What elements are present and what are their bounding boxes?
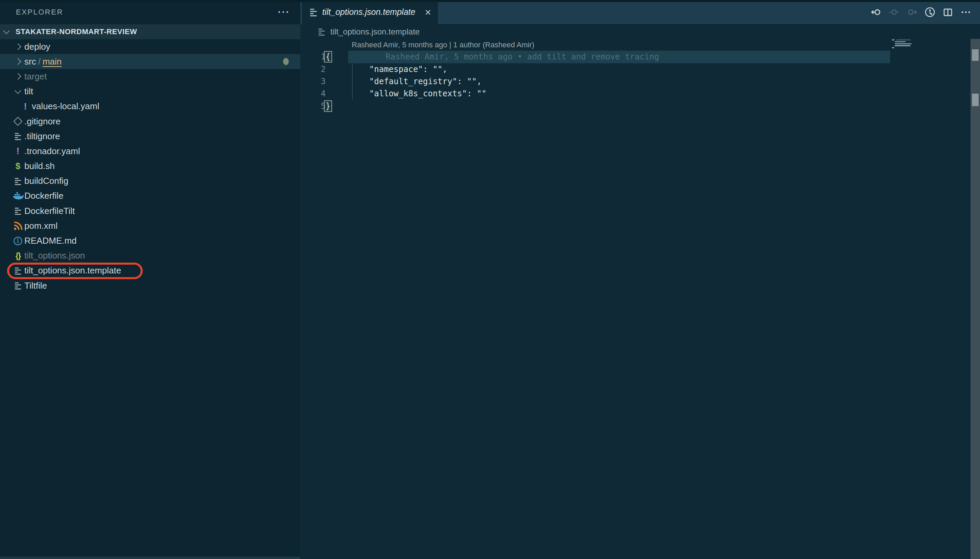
yaml-icon: ! xyxy=(12,146,24,157)
scrollbar[interactable] xyxy=(970,39,980,559)
explorer-title: EXPLORER xyxy=(16,8,63,17)
yaml-icon: ! xyxy=(19,101,32,112)
tree-item-label: README.md xyxy=(24,236,77,246)
chevron-right-icon xyxy=(12,59,24,64)
chevron-down-icon xyxy=(4,27,15,36)
tree-item-tiltignore[interactable]: .tiltignore xyxy=(0,129,300,144)
code-line[interactable]: 5 } xyxy=(300,100,970,112)
line-number: 2 xyxy=(300,64,326,74)
tree-item-tronador-yaml[interactable]: ! .tronador.yaml xyxy=(0,144,300,159)
explorer-header: EXPLORER ⋯ xyxy=(0,0,300,24)
list-icon xyxy=(12,177,24,185)
tree-item-tilt[interactable]: tilt xyxy=(0,84,300,99)
list-icon xyxy=(12,207,24,215)
tree-item-deploy[interactable]: deploy xyxy=(0,39,300,54)
code-text-bracket[interactable]: { xyxy=(324,51,332,63)
list-icon xyxy=(12,281,24,289)
line-number: 1 xyxy=(300,52,326,61)
tree-item-label: Tiltfile xyxy=(24,281,47,291)
chevron-right-icon xyxy=(12,44,24,49)
window-top-edge xyxy=(0,0,980,2)
chevron-right-icon xyxy=(12,74,24,79)
tree-item-label: src xyxy=(24,56,36,67)
path-separator: / xyxy=(36,56,43,67)
code-text[interactable]: "namespace": "", xyxy=(350,64,448,74)
tree-item-label: deploy xyxy=(24,41,50,52)
tree-item-gitignore[interactable]: .gitignore xyxy=(0,114,300,129)
tree-item-buildconfig[interactable]: buildConfig xyxy=(0,174,300,189)
json-braces-icon: {} xyxy=(12,251,24,261)
close-icon[interactable]: × xyxy=(425,7,431,18)
section-header-project[interactable]: STAKATER-NORDMART-REVIEW xyxy=(0,24,300,39)
scrollbar-thumb[interactable] xyxy=(972,94,978,106)
tab-tilt-options-json-template[interactable]: tilt_options.json.template × xyxy=(302,0,438,24)
tree-item-label-modified: main xyxy=(43,56,61,67)
annotation-oval xyxy=(7,263,143,279)
sidebar-bottom-strip xyxy=(0,557,300,559)
code-line[interactable]: 2 "namespace": "", xyxy=(300,63,970,75)
tree-item-label: tilt_options.json xyxy=(24,250,85,261)
tree-item-pom-xml[interactable]: pom.xml xyxy=(0,218,300,233)
tree-item-src-main[interactable]: src / main xyxy=(0,54,300,69)
scrollbar-thumb[interactable] xyxy=(972,50,978,61)
split-editor-icon[interactable] xyxy=(942,7,953,18)
tree-item-build-sh[interactable]: $ build.sh xyxy=(0,159,300,174)
tree-item-label: target xyxy=(24,71,47,82)
tree-item-dockerfiletilt[interactable]: DockerfileTilt xyxy=(0,203,300,218)
tree-item-label: .gitignore xyxy=(24,116,61,127)
breadcrumb[interactable]: tilt_options.json.template xyxy=(300,24,980,39)
tree-item-label: build.sh xyxy=(24,161,55,171)
list-icon xyxy=(12,132,24,140)
codelens-blame[interactable]: Rasheed Amir, 5 months ago | 1 author (R… xyxy=(352,41,534,50)
tree-item-tiltfile[interactable]: Tiltfile xyxy=(0,278,300,293)
docker-whale-icon xyxy=(12,191,24,200)
tree-item-values-local-yaml[interactable]: ! values-local.yaml xyxy=(0,99,300,114)
code-line[interactable]: 3 "default_registry": "", xyxy=(300,75,970,88)
list-icon xyxy=(317,28,326,36)
tree-item-tilt-options-json[interactable]: {} tilt_options.json xyxy=(0,248,300,263)
next-change-icon[interactable] xyxy=(907,7,917,18)
shell-icon: $ xyxy=(12,161,24,171)
list-icon xyxy=(309,8,318,17)
tree-item-label: buildConfig xyxy=(24,176,68,186)
more-actions-icon[interactable]: ⋯ xyxy=(277,5,290,19)
line-number: 5 xyxy=(300,101,326,111)
explorer-sidebar: EXPLORER ⋯ STAKATER-NORDMART-REVIEW depl… xyxy=(0,0,300,557)
line-number: 4 xyxy=(300,89,326,98)
breadcrumb-file[interactable]: tilt_options.json.template xyxy=(330,27,420,36)
tab-title: tilt_options.json.template xyxy=(322,7,415,17)
tree-item-label: pom.xml xyxy=(24,221,58,231)
code-text[interactable]: "allow_k8s_contexts": "" xyxy=(350,89,487,98)
code-text-bracket[interactable]: } xyxy=(324,100,332,112)
editor-area: tilt_options.json.template × xyxy=(300,0,980,559)
minimap[interactable] xyxy=(892,39,912,49)
previous-change-icon[interactable] xyxy=(871,7,882,18)
section-label: STAKATER-NORDMART-REVIEW xyxy=(15,27,137,36)
chevron-down-icon xyxy=(12,89,24,94)
tree-item-label: DockerfileTilt xyxy=(24,206,75,216)
tree-item-target[interactable]: target xyxy=(0,69,300,84)
inline-blame-annotation: Rasheed Amir, 5 months ago • add tilt an… xyxy=(385,51,659,63)
xml-rss-icon xyxy=(12,222,24,230)
tree-item-dockerfile[interactable]: Dockerfile xyxy=(0,189,300,203)
code-text[interactable]: "default_registry": "", xyxy=(350,77,481,86)
vscode-window: EXPLORER ⋯ STAKATER-NORDMART-REVIEW depl… xyxy=(0,0,980,559)
file-tree: deploy src / main target tilt ! xyxy=(0,39,300,293)
more-actions-icon[interactable] xyxy=(960,7,971,18)
info-circle-icon xyxy=(12,236,24,246)
change-circle-icon[interactable] xyxy=(889,7,899,18)
tree-item-label: tilt xyxy=(24,86,33,97)
git-diamond-icon xyxy=(12,118,24,125)
tree-item-label: .tiltignore xyxy=(24,131,60,142)
editor-actions xyxy=(871,0,971,24)
tree-item-readme-md[interactable]: README.md xyxy=(0,233,300,248)
code-line[interactable]: 4 "allow_k8s_contexts": "" xyxy=(300,88,970,100)
modified-dot-badge xyxy=(283,58,289,65)
tree-item-label: Dockerfile xyxy=(24,190,63,201)
tree-item-label: .tronador.yaml xyxy=(24,146,80,157)
tab-bar: tilt_options.json.template × xyxy=(300,0,980,24)
tree-item-label: values-local.yaml xyxy=(32,101,99,111)
git-graph-icon[interactable] xyxy=(925,7,935,18)
line-number: 3 xyxy=(300,77,326,86)
